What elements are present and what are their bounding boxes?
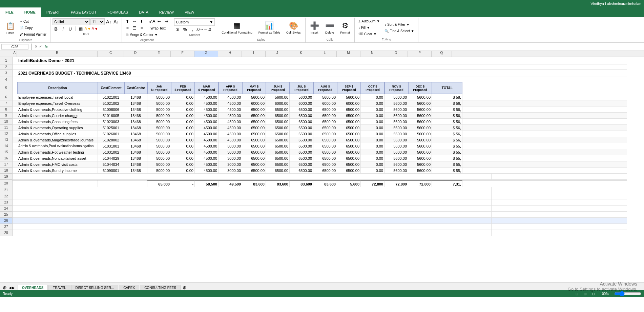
col-header-b[interactable]: B bbox=[17, 51, 98, 57]
autosum-button[interactable]: Σ AutoSum ▼ bbox=[357, 18, 381, 24]
col-header-m[interactable]: M bbox=[337, 51, 360, 57]
header-nov[interactable]: NOV $Proposed bbox=[385, 82, 408, 94]
cell-n16[interactable]: 0.00 bbox=[361, 155, 385, 161]
cell-n18[interactable]: 0.00 bbox=[361, 168, 385, 173]
cell-n14[interactable]: 0.00 bbox=[361, 143, 385, 149]
cell-n7[interactable]: 0.00 bbox=[361, 100, 385, 106]
cell-a3[interactable] bbox=[13, 70, 17, 77]
cell-m14[interactable]: 6500.00 bbox=[337, 143, 361, 149]
cell-q17[interactable]: $ 55, bbox=[432, 161, 462, 167]
cell-a5[interactable] bbox=[13, 82, 17, 94]
cell-m7[interactable]: 6000.00 bbox=[337, 100, 361, 106]
header-jun[interactable]: JUN $Proposed bbox=[266, 82, 290, 94]
row-header-12[interactable]: 12 bbox=[0, 131, 12, 137]
cell-l7[interactable]: 6000.00 bbox=[313, 100, 337, 106]
view-normal-icon[interactable]: ⊟ bbox=[576, 292, 578, 296]
cell-c11[interactable]: 51025001 bbox=[98, 125, 124, 131]
cell-l6[interactable]: 5600.00 bbox=[313, 94, 337, 100]
cell-h8[interactable]: 4500.00 bbox=[219, 106, 242, 112]
view-page-break-icon[interactable]: ⊡ bbox=[592, 292, 595, 296]
cell-b18[interactable]: Admin & overheads,Sundry income bbox=[17, 168, 98, 173]
cell-p8[interactable]: 5600.00 bbox=[408, 106, 432, 112]
decimal-decrease-button[interactable]: ←.0 bbox=[204, 26, 211, 33]
cell-l18[interactable]: 6500.00 bbox=[313, 168, 337, 173]
row-header-21[interactable]: 21 bbox=[0, 187, 12, 193]
cell-a27[interactable] bbox=[13, 224, 17, 230]
cell-o7[interactable]: 5600.00 bbox=[385, 100, 408, 106]
cell-c6[interactable]: 51021001 bbox=[98, 94, 124, 100]
col-header-f[interactable]: F bbox=[171, 51, 194, 57]
cell-b8[interactable]: Admin & overheads,Protective clothing bbox=[17, 106, 98, 112]
cell-p7[interactable]: 5600.00 bbox=[408, 100, 432, 106]
cell-e9[interactable]: 5000.00 bbox=[147, 113, 171, 118]
cell-k11[interactable]: 6500.00 bbox=[290, 125, 313, 131]
cell-o15[interactable]: 5600.00 bbox=[385, 149, 408, 155]
tab-formulas[interactable]: FORMULAS bbox=[102, 7, 133, 17]
cell-a14[interactable] bbox=[13, 143, 17, 149]
cell-f6[interactable]: 0.00 bbox=[171, 94, 195, 100]
tab-review[interactable]: REVIEW bbox=[154, 7, 179, 17]
cell-l8[interactable]: 6500.00 bbox=[313, 106, 337, 112]
cell-q16[interactable]: $ 55, bbox=[432, 155, 462, 161]
cell-b14[interactable]: Admin & overheads,Prod evaluation/homolo… bbox=[17, 143, 98, 149]
cell-o13[interactable]: 5600.00 bbox=[385, 137, 408, 143]
cell-f14[interactable]: 0.00 bbox=[171, 143, 195, 149]
col-header-e[interactable]: E bbox=[147, 51, 171, 57]
cell-p18[interactable]: 5600.00 bbox=[408, 168, 432, 173]
cell-f20[interactable]: - bbox=[171, 180, 195, 187]
cell-f15[interactable]: 0.00 bbox=[171, 149, 195, 155]
cell-h17[interactable]: 3000.00 bbox=[219, 161, 242, 167]
col-header-n[interactable]: N bbox=[360, 51, 384, 57]
tab-page-layout[interactable]: PAGE LAYOUT bbox=[65, 7, 102, 17]
cell-a11[interactable] bbox=[13, 125, 17, 131]
col-header-i[interactable]: I bbox=[242, 51, 266, 57]
cell-b17[interactable]: Admin & overheads,HMC visit costs bbox=[17, 161, 98, 167]
cell-i17[interactable]: 6500.00 bbox=[242, 161, 266, 167]
add-sheet-icon[interactable]: ⊕ bbox=[1, 285, 8, 290]
cell-d6[interactable]: 13468 bbox=[124, 94, 147, 100]
cell-a2[interactable] bbox=[13, 64, 17, 69]
cell-m10[interactable]: 6500.00 bbox=[337, 119, 361, 124]
cell-j11[interactable]: 6500.00 bbox=[266, 125, 290, 131]
cell-e8[interactable]: 5000.00 bbox=[147, 106, 171, 112]
cell-g18[interactable]: 4500.00 bbox=[195, 168, 219, 173]
cell-o18[interactable]: 5600.00 bbox=[385, 168, 408, 173]
row-header-14[interactable]: 14 bbox=[0, 143, 12, 149]
cell-a7[interactable] bbox=[13, 100, 17, 106]
sort-filter-button[interactable]: ↕ Sort & Filter ▼ bbox=[383, 22, 416, 27]
cell-o12[interactable]: 5600.00 bbox=[385, 131, 408, 137]
cell-e11[interactable]: 5000.00 bbox=[147, 125, 171, 131]
cell-m8[interactable]: 6500.00 bbox=[337, 106, 361, 112]
cell-b11[interactable]: Admin & overheads,Operating supplies bbox=[17, 125, 98, 131]
cell-k6[interactable]: 5600.00 bbox=[290, 94, 313, 100]
indent-decrease-button[interactable]: ⇤ bbox=[156, 18, 163, 24]
header-jan[interactable]: JAN$ Proposed bbox=[147, 82, 171, 94]
row-header-13[interactable]: 13 bbox=[0, 137, 12, 143]
cell-m6[interactable]: 5600.00 bbox=[337, 94, 361, 100]
cell-d11[interactable]: 13468 bbox=[124, 125, 147, 131]
cell-p12[interactable]: 5600.00 bbox=[408, 131, 432, 137]
cell-h10[interactable]: 4500.00 bbox=[219, 119, 242, 124]
conditional-formatting-button[interactable]: ▦ Conditional Formatting bbox=[219, 18, 255, 37]
cell-c13[interactable]: 51028002 bbox=[98, 137, 124, 143]
cell-n8[interactable]: 0.00 bbox=[361, 106, 385, 112]
borders-button[interactable]: ▦ bbox=[77, 26, 84, 32]
cell-g6[interactable]: 4500.00 bbox=[195, 94, 219, 100]
cell-b1[interactable]: IntelliBuddies Demo - 2021 bbox=[17, 57, 312, 64]
cell-a21[interactable] bbox=[13, 187, 17, 193]
cell-a6[interactable] bbox=[13, 94, 17, 100]
cell-h18[interactable]: 3000.00 bbox=[219, 168, 242, 173]
row-header-15[interactable]: 15 bbox=[0, 149, 12, 155]
row-header-19[interactable]: 19 bbox=[0, 174, 12, 180]
format-as-table-button[interactable]: 📊 Format as Table bbox=[256, 18, 283, 37]
cell-j9[interactable]: 6500.00 bbox=[266, 113, 290, 118]
cell-a9[interactable] bbox=[13, 113, 17, 118]
cell-g13[interactable]: 4500.00 bbox=[195, 137, 219, 143]
name-box[interactable]: G26 bbox=[1, 44, 28, 50]
fill-color-button[interactable]: A▼ bbox=[84, 26, 91, 32]
cell-g12[interactable]: 4500.00 bbox=[195, 131, 219, 137]
cell-q18[interactable]: $ 55, bbox=[432, 168, 462, 173]
cell-e20[interactable]: 65,000 bbox=[147, 180, 171, 187]
cell-g20[interactable]: 58,500 bbox=[195, 180, 219, 187]
cell-d7[interactable]: 13468 bbox=[124, 100, 147, 106]
